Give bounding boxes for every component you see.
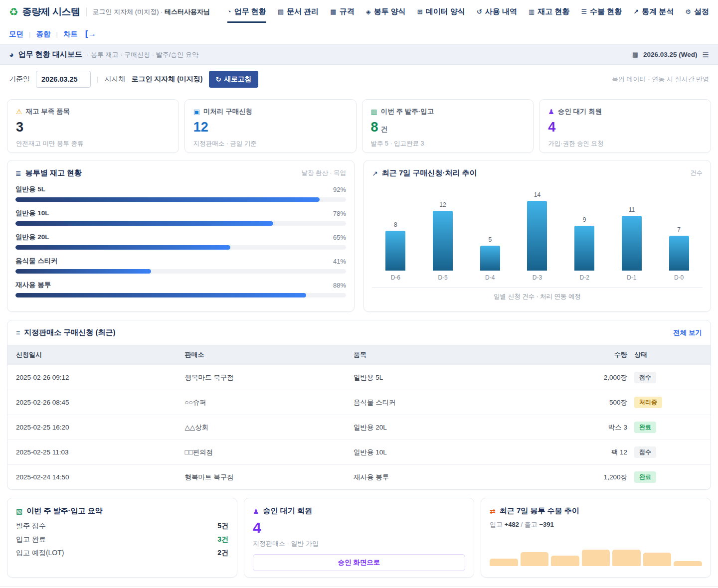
filter-divider: | — [97, 75, 98, 83]
trend-value-label: 7 — [677, 226, 681, 233]
base-date-input[interactable] — [36, 71, 91, 88]
cell-date: 2025-02-26 09:12 — [16, 374, 184, 381]
trend-panel-title: 최근 7일 구매신청·처리 추이 — [382, 168, 477, 178]
history-icon: ↺ — [477, 8, 482, 15]
org-name: 로그인 지자체 (미지정) — [131, 75, 202, 84]
trend-x-label: D-2 — [561, 274, 607, 281]
purchase-table-panel: ≡ 지정판매소 구매신청 (최근) 전체 보기 신청일시판매소품목수량상태 20… — [7, 320, 711, 490]
inventory-percent: 65% — [333, 234, 346, 241]
cell-item: 일반용 20L — [354, 423, 567, 432]
transfer-out-value: −391 — [539, 521, 553, 528]
nav-label-work-status: 업무 현황 — [234, 7, 266, 16]
weekly-orders-value: 8건 — [371, 121, 525, 134]
trend-bar — [622, 216, 642, 271]
transfer-bar — [490, 559, 518, 566]
nav-item-inventory[interactable]: ▥재고 현황 — [529, 0, 569, 23]
refresh-icon: ↻ — [216, 75, 221, 83]
inventory-label: 재사용 봉투 — [15, 281, 51, 290]
cell-qty: 500장 — [567, 398, 627, 407]
mock-data-hint: 목업 데이터 · 연동 시 실시간 반영 — [612, 75, 709, 84]
subnav-links: 모던|종합|차트 — [9, 29, 78, 39]
nav-item-stats[interactable]: ↗통계 분석 — [633, 0, 674, 23]
charts-row: ≣ 봉투별 재고 현황 낱장 환산 · 목업 일반용 5L92%일반용 10L7… — [7, 160, 711, 312]
nav-item-spec[interactable]: ▦규격 — [330, 0, 354, 23]
nav-item-data-form[interactable]: ⊞데이터 양식 — [417, 0, 465, 23]
cell-item: 재사용 봉투 — [354, 473, 567, 482]
base-date-label: 기준일 — [9, 75, 30, 84]
sliders-icon[interactable]: ☰ — [703, 50, 709, 59]
view-all-link[interactable]: 전체 보기 — [673, 328, 702, 337]
page-title: 업무 현황 대시보드 — [18, 50, 82, 59]
status-badge: 완료 — [634, 422, 656, 433]
shopping-bag-icon: ▣ — [193, 108, 200, 116]
transfer-bar — [612, 550, 641, 566]
cell-status: 접수 — [627, 372, 702, 383]
subnav: 모던|종합|차트 [→ — [0, 23, 718, 44]
logout-icon[interactable]: [→ — [85, 29, 97, 39]
bar-chart-icon: ≣ — [15, 169, 21, 177]
filter-row: 기준일 | 지자체 로그인 지자체 (미지정) ↻ 새로고침 목업 데이터 · … — [0, 65, 718, 93]
nav-label-spec: 규격 — [340, 7, 355, 16]
inventory-row: 일반용 5L92% — [15, 185, 346, 202]
login-context: 로그인 지자체 (미지정) · 테스터사용자님 — [93, 7, 210, 16]
nav-item-ledger[interactable]: ☰수불 현황 — [581, 0, 622, 23]
chart-line-icon: ↗ — [633, 8, 639, 15]
subnav-link-1[interactable]: 모던 — [9, 29, 23, 39]
trend-bar — [385, 231, 405, 271]
pending-members-number: 4 — [548, 121, 555, 134]
inventory-row: 일반용 20L65% — [15, 233, 346, 250]
weekly-orders-label: 이번 주 발주·입고 — [381, 107, 434, 116]
table-row[interactable]: 2025-02-24 14:50행복마트 북구점재사용 봉투1,200장완료 — [7, 464, 711, 489]
table-col-row: 신청일시판매소품목수량상태 — [7, 345, 711, 365]
trend-value-label: 11 — [629, 206, 635, 213]
table-row[interactable]: 2025-02-25 16:20△△상회일반용 20L박스 3완료 — [7, 415, 711, 440]
bag-icon: ◈ — [366, 8, 371, 15]
trend-x-axis: D-6D-5D-4D-3D-2D-1D-0 — [372, 274, 703, 281]
nav-item-work-status[interactable]: ◔업무 현황 — [227, 0, 266, 23]
table-row[interactable]: 2025-02-26 08:45○○슈퍼음식물 스티커500장처리중 — [7, 390, 711, 415]
subnav-link-2[interactable]: 종합 — [36, 29, 50, 39]
pending-purchase-label: 미처리 구매신청 — [203, 107, 252, 116]
nav-label-data-form: 데이터 양식 — [426, 7, 465, 16]
cell-store: 행복마트 북구점 — [184, 373, 353, 382]
transfer-summary: 입고 +482 / 출고 −391 — [490, 520, 702, 529]
table-row[interactable]: 2025-02-26 09:12행복마트 북구점일반용 5L2,000장접수 — [7, 365, 711, 390]
refresh-button[interactable]: ↻ 새로고침 — [209, 71, 258, 88]
inventory-label: 음식물 스티커 — [15, 257, 58, 266]
nav-item-settings[interactable]: ⚙설정 — [685, 0, 709, 23]
table-row[interactable]: 2025-02-25 11:03□□편의점일반용 10L팩 12접수 — [7, 440, 711, 464]
status-badge: 접수 — [634, 372, 656, 383]
subnav-link-3[interactable]: 차트 — [63, 29, 78, 39]
transfer-bar — [551, 556, 579, 566]
trend-bar — [433, 211, 453, 271]
transfer-card: ⇄ 최근 7일 봉투 수불 추이 입고 +482 / 출고 −391 — [481, 498, 711, 578]
inventory-percent: 41% — [333, 258, 346, 265]
user-name: 테스터사용자님 — [165, 8, 210, 15]
transfer-bar — [521, 552, 549, 566]
summary-value: 2건 — [217, 549, 228, 558]
nav-item-usage-history[interactable]: ↺사용 내역 — [477, 0, 517, 23]
trend-panel: ↗ 최근 7일 구매신청·처리 추이 건수 8125149117 D-6D-5D… — [363, 160, 711, 312]
go-approval-button[interactable]: 승인 화면으로 — [253, 554, 465, 571]
cell-date: 2025-02-25 11:03 — [16, 448, 184, 456]
trend-column: 8 — [372, 221, 418, 271]
trend-value-label: 9 — [583, 216, 586, 223]
subnav-divider: | — [29, 30, 30, 38]
dashboard-titlebar: ◕ 업무 현황 대시보드 · 봉투 재고 · 구매신청 · 발주/승인 요약 ▦… — [0, 44, 718, 65]
pending-purchase-value: 12 — [193, 121, 348, 134]
pending-members-value: 4 — [548, 121, 702, 134]
nav-item-doc-manage[interactable]: ▤문서 관리 — [278, 0, 319, 23]
inventory-fill — [15, 221, 273, 226]
trend-bar — [480, 246, 500, 271]
trend-x-label: D-1 — [609, 274, 655, 281]
cell-store: □□편의점 — [184, 448, 353, 457]
titlebar-date: 2026.03.25 (Wed) — [643, 51, 698, 58]
main-nav: ◔업무 현황▤문서 관리▦규격◈봉투 양식⊞데이터 양식↺사용 내역▥재고 현황… — [227, 0, 709, 23]
trend-column: 12 — [420, 201, 466, 271]
pending-purchase-sub: 지정판매소 · 금일 기준 — [193, 140, 348, 148]
low-stock-value: 3 — [16, 121, 170, 134]
inventory-row: 음식물 스티커41% — [15, 257, 346, 274]
nav-item-bag-form[interactable]: ◈봉투 양식 — [366, 0, 406, 23]
trend-line-icon: ↗ — [372, 169, 378, 177]
swap-arrows-icon: ⇄ — [490, 507, 496, 515]
